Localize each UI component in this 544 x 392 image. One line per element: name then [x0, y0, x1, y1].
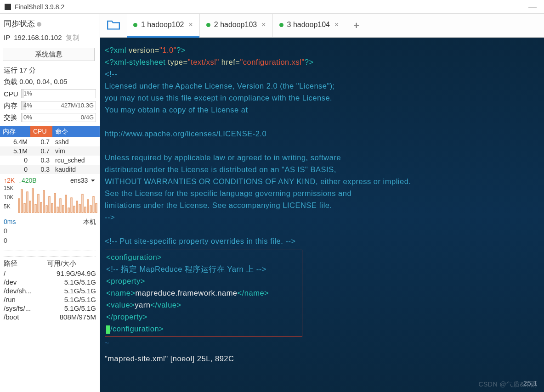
path-row[interactable]: /91.9G/94.9G — [0, 269, 100, 278]
open-folder-button[interactable] — [103, 17, 124, 34]
svg-rect-16 — [62, 205, 64, 213]
terminal[interactable]: <?xml version="1.0"?> <?xml-stylesheet t… — [100, 38, 544, 392]
sidebar: 同步状态 IP 192.168.10.102 复制 系统信息 运行 17 分 负… — [0, 14, 100, 392]
cpu-row: CPU 1% — [0, 88, 100, 100]
latency-row: 0ms本机 — [0, 217, 100, 226]
copy-ip-button[interactable]: 复制 — [66, 34, 79, 41]
status-dot-icon — [133, 23, 137, 27]
sync-dot-icon — [37, 22, 41, 27]
vim-status-line: "mapred-site.xml" [noeol] 25L, 892C — [105, 353, 539, 364]
svg-rect-7 — [38, 194, 39, 213]
svg-rect-18 — [68, 208, 69, 213]
swap-row: 交换 0%0/4G — [0, 112, 100, 123]
svg-rect-24 — [85, 207, 86, 213]
svg-rect-19 — [71, 198, 72, 213]
svg-rect-23 — [82, 194, 83, 213]
app-logo-icon — [5, 4, 11, 10]
process-row[interactable]: 00.3kauditd — [0, 165, 100, 174]
network-stats: ↑2K ↓420B ens33 ▼ — [0, 174, 100, 184]
tab-bar: 1 hadoop102×2 hadoop103×3 hadoop104× + — [100, 14, 544, 38]
add-tab-button[interactable]: + — [345, 20, 368, 32]
svg-rect-25 — [87, 200, 89, 213]
svg-rect-5 — [32, 189, 34, 213]
svg-rect-6 — [35, 204, 36, 213]
close-tab-icon[interactable]: × — [334, 21, 339, 29]
svg-rect-15 — [60, 199, 61, 213]
svg-rect-27 — [93, 196, 94, 213]
path-row[interactable]: /boot808M/975M — [0, 313, 100, 321]
path-row[interactable]: /dev/sh...5.1G/5.1G — [0, 286, 100, 295]
process-row[interactable]: 00.3rcu_sched — [0, 156, 100, 165]
path-row[interactable]: /dev5.1G/5.1G — [0, 278, 100, 286]
ip-line: IP 192.168.10.102 复制 — [0, 33, 100, 46]
dropdown-icon[interactable]: ▼ — [90, 178, 96, 183]
process-row[interactable]: 5.1M0.7vim — [0, 146, 100, 156]
cursor-icon — [106, 325, 110, 334]
status-dot-icon — [279, 23, 283, 27]
svg-rect-17 — [65, 195, 67, 213]
status-dot-icon — [206, 23, 210, 27]
path-row[interactable]: /run5.1G/5.1G — [0, 295, 100, 304]
window-title: FinalShell 3.9.8.2 — [15, 3, 64, 11]
svg-rect-8 — [40, 202, 42, 213]
process-header: 内存CPU命令 — [0, 126, 100, 137]
svg-rect-20 — [74, 206, 75, 213]
svg-rect-28 — [96, 203, 97, 213]
process-row[interactable]: 6.4M0.7sshd — [0, 137, 100, 146]
svg-rect-3 — [27, 192, 28, 213]
system-info-button[interactable]: 系统信息 — [3, 48, 95, 61]
svg-rect-22 — [79, 204, 80, 213]
sync-status: 同步状态 — [0, 14, 100, 33]
uptime: 运行 17 分 — [0, 65, 100, 76]
svg-rect-1 — [21, 190, 23, 213]
svg-rect-14 — [57, 207, 58, 213]
tab[interactable]: 2 hadoop103× — [199, 14, 272, 38]
svg-rect-0 — [18, 199, 20, 213]
svg-rect-2 — [24, 203, 25, 213]
svg-rect-13 — [54, 193, 56, 213]
tab[interactable]: 3 hadoop104× — [272, 14, 346, 38]
network-sparkline: 15K 10K 5K — [4, 185, 96, 215]
latency-values: 00 — [0, 226, 100, 246]
minimize-button[interactable]: — — [526, 2, 539, 11]
tab[interactable]: 1 hadoop102× — [127, 14, 199, 38]
svg-rect-26 — [90, 206, 91, 213]
close-tab-icon[interactable]: × — [261, 21, 266, 29]
path-row[interactable]: /sys/fs/...5.1G/5.1G — [0, 304, 100, 313]
close-tab-icon[interactable]: × — [188, 21, 193, 29]
svg-rect-4 — [29, 201, 31, 213]
svg-rect-21 — [76, 201, 78, 213]
mem-row: 内存 4%427M/10.3G — [0, 100, 100, 112]
svg-rect-10 — [46, 206, 47, 213]
load: 负载 0.00, 0.04, 0.05 — [0, 76, 100, 88]
svg-rect-9 — [43, 190, 45, 213]
paths-header: 路径可用/大小 — [0, 257, 100, 269]
titlebar: FinalShell 3.9.8.2 — — [0, 0, 544, 14]
svg-rect-12 — [51, 203, 53, 213]
watermark: CSDN @气质&末雨 — [478, 378, 538, 390]
config-highlight-box: <configuration> <!-- 指定 MapReduce 程序运行在 … — [105, 250, 302, 337]
svg-rect-11 — [49, 196, 50, 213]
